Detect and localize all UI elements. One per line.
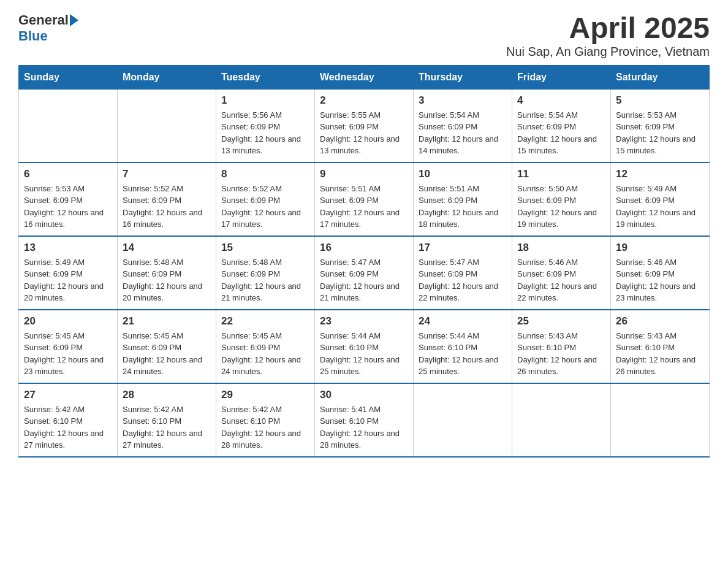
sunset-text: Sunset: 6:09 PM xyxy=(419,121,507,133)
sunrise-text: Sunrise: 5:42 AM xyxy=(221,404,309,416)
day-number: 7 xyxy=(123,168,211,180)
sunset-text: Sunset: 6:09 PM xyxy=(123,268,211,280)
day-info: Sunrise: 5:43 AMSunset: 6:10 PMDaylight:… xyxy=(616,330,704,378)
col-sunday: Sunday xyxy=(19,65,118,89)
day-number: 13 xyxy=(24,242,112,254)
sunrise-text: Sunrise: 5:51 AM xyxy=(419,183,507,195)
day-number: 9 xyxy=(320,168,408,180)
calendar-cell: 26Sunrise: 5:43 AMSunset: 6:10 PMDayligh… xyxy=(611,310,710,383)
sunrise-text: Sunrise: 5:46 AM xyxy=(616,256,704,269)
logo: General Blue xyxy=(18,12,78,44)
sunrise-text: Sunrise: 5:46 AM xyxy=(517,256,605,269)
sunset-text: Sunset: 6:10 PM xyxy=(419,342,507,354)
calendar-cell: 23Sunrise: 5:44 AMSunset: 6:10 PMDayligh… xyxy=(315,310,414,383)
day-number: 16 xyxy=(320,242,408,254)
calendar-header-row: Sunday Monday Tuesday Wednesday Thursday… xyxy=(19,65,710,89)
daylight-text: Daylight: 12 hours and 13 minutes. xyxy=(320,133,408,157)
sunset-text: Sunset: 6:09 PM xyxy=(616,121,704,133)
sunset-text: Sunset: 6:09 PM xyxy=(24,342,112,354)
calendar-cell: 9Sunrise: 5:51 AMSunset: 6:09 PMDaylight… xyxy=(315,163,414,236)
sunset-text: Sunset: 6:09 PM xyxy=(517,121,605,133)
sunset-text: Sunset: 6:10 PM xyxy=(320,415,408,427)
day-number: 26 xyxy=(616,315,704,327)
logo-general-text: General xyxy=(18,12,69,28)
sunrise-text: Sunrise: 5:48 AM xyxy=(123,256,211,269)
calendar-table: Sunday Monday Tuesday Wednesday Thursday… xyxy=(18,65,710,458)
daylight-text: Daylight: 12 hours and 19 minutes. xyxy=(616,207,704,231)
day-number: 25 xyxy=(517,315,605,327)
day-info: Sunrise: 5:45 AMSunset: 6:09 PMDaylight:… xyxy=(123,330,211,378)
day-info: Sunrise: 5:48 AMSunset: 6:09 PMDaylight:… xyxy=(123,256,211,304)
calendar-cell: 1Sunrise: 5:56 AMSunset: 6:09 PMDaylight… xyxy=(216,89,315,163)
sunrise-text: Sunrise: 5:49 AM xyxy=(24,256,112,269)
calendar-cell xyxy=(19,89,118,163)
calendar-cell: 16Sunrise: 5:47 AMSunset: 6:09 PMDayligh… xyxy=(315,236,414,310)
daylight-text: Daylight: 12 hours and 24 minutes. xyxy=(123,354,211,378)
calendar-cell: 24Sunrise: 5:44 AMSunset: 6:10 PMDayligh… xyxy=(414,310,512,383)
sunset-text: Sunset: 6:10 PM xyxy=(24,415,112,427)
calendar-cell: 8Sunrise: 5:52 AMSunset: 6:09 PMDaylight… xyxy=(216,163,315,236)
day-number: 20 xyxy=(24,315,112,327)
sunset-text: Sunset: 6:09 PM xyxy=(419,194,507,207)
sunrise-text: Sunrise: 5:52 AM xyxy=(221,183,309,195)
sunrise-text: Sunrise: 5:53 AM xyxy=(616,109,704,121)
sunrise-text: Sunrise: 5:41 AM xyxy=(320,404,408,416)
sunset-text: Sunset: 6:10 PM xyxy=(123,415,211,427)
daylight-text: Daylight: 12 hours and 24 minutes. xyxy=(221,354,309,378)
day-number: 6 xyxy=(24,168,112,180)
sunset-text: Sunset: 6:10 PM xyxy=(517,342,605,354)
sunrise-text: Sunrise: 5:54 AM xyxy=(517,109,605,121)
daylight-text: Daylight: 12 hours and 14 minutes. xyxy=(419,133,507,157)
calendar-cell: 18Sunrise: 5:46 AMSunset: 6:09 PMDayligh… xyxy=(512,236,611,310)
daylight-text: Daylight: 12 hours and 23 minutes. xyxy=(24,354,112,378)
calendar-cell: 19Sunrise: 5:46 AMSunset: 6:09 PMDayligh… xyxy=(611,236,710,310)
day-number: 3 xyxy=(419,94,507,107)
day-number: 21 xyxy=(123,315,211,327)
col-wednesday: Wednesday xyxy=(315,65,414,89)
sunrise-text: Sunrise: 5:44 AM xyxy=(419,330,507,342)
calendar-cell: 11Sunrise: 5:50 AMSunset: 6:09 PMDayligh… xyxy=(512,163,611,236)
page-title: April 2025 xyxy=(506,12,710,45)
day-number: 2 xyxy=(320,94,408,107)
daylight-text: Daylight: 12 hours and 27 minutes. xyxy=(24,427,112,451)
sunrise-text: Sunrise: 5:51 AM xyxy=(320,183,408,195)
page-header: General Blue April 2025 Nui Sap, An Gian… xyxy=(18,12,710,59)
day-info: Sunrise: 5:52 AMSunset: 6:09 PMDaylight:… xyxy=(123,183,211,231)
day-info: Sunrise: 5:44 AMSunset: 6:10 PMDaylight:… xyxy=(419,330,507,378)
sunset-text: Sunset: 6:09 PM xyxy=(320,268,408,280)
day-info: Sunrise: 5:41 AMSunset: 6:10 PMDaylight:… xyxy=(320,404,408,451)
day-number: 30 xyxy=(320,389,408,401)
day-number: 22 xyxy=(221,315,309,327)
daylight-text: Daylight: 12 hours and 13 minutes. xyxy=(221,133,309,157)
day-info: Sunrise: 5:54 AMSunset: 6:09 PMDaylight:… xyxy=(517,109,605,157)
sunrise-text: Sunrise: 5:54 AM xyxy=(419,109,507,121)
sunrise-text: Sunrise: 5:53 AM xyxy=(24,183,112,195)
col-friday: Friday xyxy=(512,65,611,89)
day-number: 29 xyxy=(221,389,309,401)
sunrise-text: Sunrise: 5:42 AM xyxy=(24,404,112,416)
sunset-text: Sunset: 6:09 PM xyxy=(320,194,408,207)
day-number: 8 xyxy=(221,168,309,180)
daylight-text: Daylight: 12 hours and 17 minutes. xyxy=(221,207,309,231)
daylight-text: Daylight: 12 hours and 27 minutes. xyxy=(123,427,211,451)
calendar-cell: 22Sunrise: 5:45 AMSunset: 6:09 PMDayligh… xyxy=(216,310,315,383)
calendar-cell xyxy=(414,383,512,457)
sunset-text: Sunset: 6:10 PM xyxy=(616,342,704,354)
calendar-cell: 6Sunrise: 5:53 AMSunset: 6:09 PMDaylight… xyxy=(19,163,118,236)
logo-triangle-icon xyxy=(70,14,78,26)
day-number: 17 xyxy=(419,242,507,254)
day-number: 23 xyxy=(320,315,408,327)
sunrise-text: Sunrise: 5:48 AM xyxy=(221,256,309,269)
daylight-text: Daylight: 12 hours and 25 minutes. xyxy=(419,354,507,378)
day-number: 12 xyxy=(616,168,704,180)
logo-blue-text: Blue xyxy=(18,28,48,44)
daylight-text: Daylight: 12 hours and 26 minutes. xyxy=(616,354,704,378)
sunrise-text: Sunrise: 5:47 AM xyxy=(320,256,408,269)
col-thursday: Thursday xyxy=(414,65,512,89)
daylight-text: Daylight: 12 hours and 20 minutes. xyxy=(24,280,112,304)
calendar-cell: 30Sunrise: 5:41 AMSunset: 6:10 PMDayligh… xyxy=(315,383,414,457)
sunrise-text: Sunrise: 5:45 AM xyxy=(221,330,309,342)
calendar-week-row: 13Sunrise: 5:49 AMSunset: 6:09 PMDayligh… xyxy=(19,236,710,310)
calendar-cell: 13Sunrise: 5:49 AMSunset: 6:09 PMDayligh… xyxy=(19,236,118,310)
sunset-text: Sunset: 6:09 PM xyxy=(221,121,309,133)
